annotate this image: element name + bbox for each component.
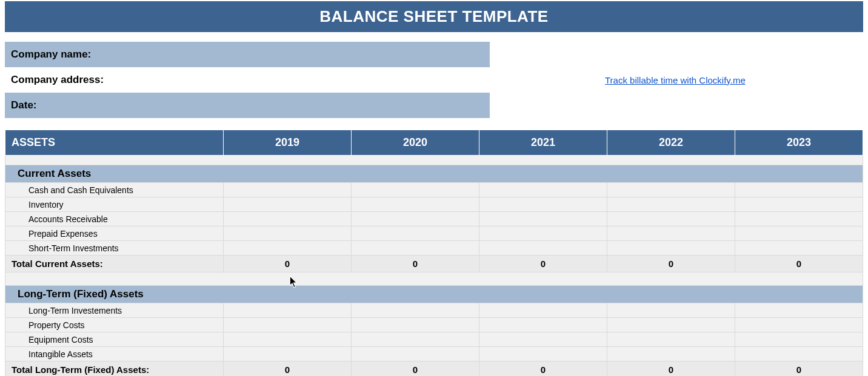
cell[interactable] — [224, 318, 352, 332]
header-year[interactable]: 2020 — [352, 130, 479, 156]
cell[interactable] — [607, 183, 735, 197]
balance-sheet-table: ASSETS 2019 2020 2021 2022 2023 Current … — [5, 130, 863, 376]
cell[interactable] — [224, 226, 352, 241]
cell[interactable] — [607, 347, 735, 361]
cell[interactable] — [735, 318, 863, 332]
cell[interactable] — [352, 332, 479, 347]
cell[interactable] — [352, 241, 479, 256]
cell[interactable] — [224, 212, 352, 226]
cell[interactable] — [607, 212, 735, 226]
cell[interactable] — [224, 303, 352, 318]
table-row[interactable]: Long-Term Investements — [5, 303, 863, 318]
cell[interactable] — [352, 183, 479, 197]
cell[interactable] — [479, 197, 607, 212]
cell[interactable] — [479, 318, 607, 332]
item-label[interactable]: Prepaid Expenses — [5, 226, 224, 241]
cell[interactable] — [479, 226, 607, 241]
cell[interactable] — [224, 183, 352, 197]
cell[interactable] — [479, 347, 607, 361]
company-address-label[interactable]: Company address: — [5, 67, 490, 93]
company-name-label[interactable]: Company name: — [5, 42, 490, 67]
total-label: Total Long-Term (Fixed) Assets: — [5, 361, 224, 377]
table-row[interactable]: Property Costs — [5, 318, 863, 332]
table-row[interactable]: Equipment Costs — [5, 332, 863, 347]
cell[interactable] — [479, 183, 607, 197]
item-label[interactable]: Intangible Assets — [5, 347, 224, 361]
cell[interactable] — [607, 332, 735, 347]
item-label[interactable]: Long-Term Investements — [5, 303, 224, 318]
header-year[interactable]: 2019 — [224, 130, 352, 156]
spacer — [5, 272, 863, 286]
cell[interactable] — [607, 197, 735, 212]
cell[interactable] — [607, 303, 735, 318]
total-value: 0 — [224, 256, 352, 272]
cell[interactable] — [352, 197, 479, 212]
date-label[interactable]: Date: — [5, 93, 490, 118]
table-row[interactable]: Accounts Receivable — [5, 212, 863, 226]
item-label[interactable]: Accounts Receivable — [5, 212, 224, 226]
cell[interactable] — [352, 212, 479, 226]
clockify-link[interactable]: Track billable time with Clockify.me — [605, 75, 746, 85]
total-value: 0 — [735, 361, 863, 377]
cell[interactable] — [607, 241, 735, 256]
header-year[interactable]: 2021 — [479, 130, 607, 156]
info-block: Company name: Company address: Track bil… — [5, 42, 863, 118]
spacer — [5, 156, 863, 165]
table-header-row: ASSETS 2019 2020 2021 2022 2023 — [5, 130, 863, 156]
cell[interactable] — [735, 303, 863, 318]
cell[interactable] — [607, 226, 735, 241]
cell[interactable] — [735, 241, 863, 256]
item-label[interactable]: Inventory — [5, 197, 224, 212]
item-label[interactable]: Short-Term Investments — [5, 241, 224, 256]
cell[interactable] — [224, 197, 352, 212]
cell[interactable] — [352, 226, 479, 241]
total-row-long-term-assets[interactable]: Total Long-Term (Fixed) Assets: 0 0 0 0 … — [5, 361, 863, 377]
table-row[interactable]: Short-Term Investments — [5, 241, 863, 256]
total-value: 0 — [479, 256, 607, 272]
cell[interactable] — [479, 212, 607, 226]
cell[interactable] — [224, 332, 352, 347]
cell[interactable] — [735, 347, 863, 361]
section-header-current-assets[interactable]: Current Assets — [5, 165, 863, 183]
cell[interactable] — [735, 197, 863, 212]
total-value: 0 — [735, 256, 863, 272]
cell[interactable] — [735, 212, 863, 226]
total-value: 0 — [607, 361, 735, 377]
cell[interactable] — [735, 226, 863, 241]
cell[interactable] — [352, 303, 479, 318]
item-label[interactable]: Cash and Cash Equivalents — [5, 183, 224, 197]
cell[interactable] — [352, 318, 479, 332]
section-header-long-term-assets[interactable]: Long-Term (Fixed) Assets — [5, 286, 863, 303]
table-row[interactable]: Cash and Cash Equivalents — [5, 183, 863, 197]
total-value: 0 — [352, 361, 479, 377]
total-value: 0 — [479, 361, 607, 377]
cell[interactable] — [479, 332, 607, 347]
table-row[interactable]: Intangible Assets — [5, 347, 863, 361]
total-value: 0 — [224, 361, 352, 377]
table-row[interactable]: Prepaid Expenses — [5, 226, 863, 241]
total-value: 0 — [607, 256, 735, 272]
total-value: 0 — [352, 256, 479, 272]
header-year[interactable]: 2023 — [735, 130, 863, 156]
table-row[interactable]: Inventory — [5, 197, 863, 212]
cell[interactable] — [224, 241, 352, 256]
item-label[interactable]: Property Costs — [5, 318, 224, 332]
header-year[interactable]: 2022 — [607, 130, 735, 156]
cell[interactable] — [735, 332, 863, 347]
cell[interactable] — [479, 303, 607, 318]
total-row-current-assets[interactable]: Total Current Assets: 0 0 0 0 0 — [5, 256, 863, 272]
total-label: Total Current Assets: — [5, 256, 224, 272]
header-assets[interactable]: ASSETS — [5, 130, 224, 156]
item-label[interactable]: Equipment Costs — [5, 332, 224, 347]
cell[interactable] — [479, 241, 607, 256]
cell[interactable] — [735, 183, 863, 197]
page-title: BALANCE SHEET TEMPLATE — [5, 1, 863, 32]
cell[interactable] — [352, 347, 479, 361]
cell[interactable] — [224, 347, 352, 361]
cell[interactable] — [607, 318, 735, 332]
